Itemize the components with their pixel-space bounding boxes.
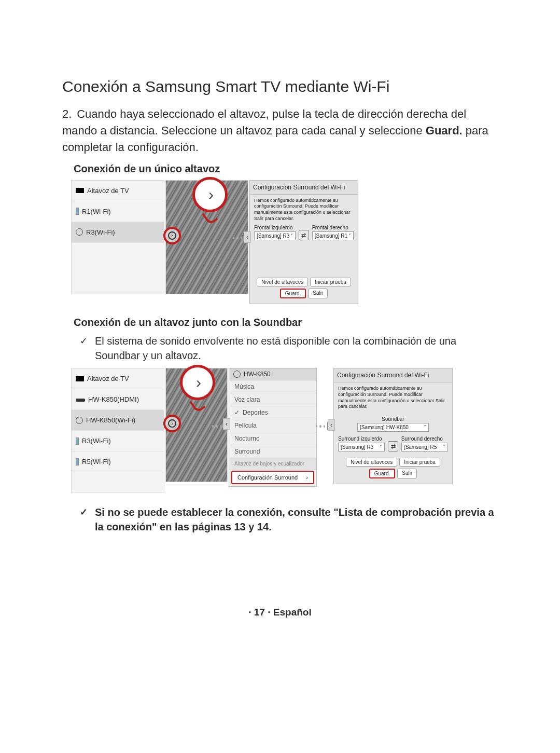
round-speaker-icon (76, 417, 83, 424)
mode-surround[interactable]: Surround (229, 445, 316, 458)
channel-selectors: Frontal izquierdo [Samsung] R3 ˅ ⇄ Front… (250, 225, 358, 243)
surround-config-button[interactable]: Configuración Surround › (231, 471, 314, 484)
surround-config-panel: ‹ Configuración Surround del Wi-Fi Hemos… (333, 368, 453, 484)
speaker-r5[interactable]: R5(Wi-Fi) (72, 451, 164, 472)
chevron-right-icon: › (208, 186, 214, 203)
bass-eq-label: Altavoz de bajos y ecualizador (229, 458, 316, 470)
step-line1: Cuando haya seleccionado el altavoz, pul… (62, 107, 466, 137)
speaker-hdmi[interactable]: HW-K850(HDMI) (72, 389, 164, 410)
speaker-r3[interactable]: R3(Wi-Fi) (72, 431, 164, 451)
chevron-right-icon: › (306, 474, 308, 481)
sound-menu-header: HW-K850 (229, 368, 316, 380)
panel-back-tab[interactable]: ‹ (223, 418, 230, 430)
chevron-right-icon: › (196, 374, 201, 391)
front-right-dropdown[interactable]: [Samsung] R1 ˅ (312, 231, 354, 240)
exit-button[interactable]: Salir (397, 469, 417, 478)
speaker-r3-label: R3(Wi-Fi) (86, 228, 115, 236)
remote-right-button: › (192, 177, 228, 212)
front-left-value: [Samsung] R3 (257, 233, 289, 239)
round-speaker-icon (76, 228, 83, 236)
step-number: 2. (62, 106, 74, 122)
surround-left-label: Surround izquierdo (338, 436, 385, 442)
mode-music[interactable]: Música (229, 380, 316, 393)
remote-pointer: › (163, 227, 181, 244)
page-footer: · 17 · Español (62, 607, 498, 618)
channel-selectors: Surround izquierdo [Samsung] R3 ˅ ⇄ Surr… (334, 436, 452, 455)
chevron-right-icon: › (168, 419, 176, 428)
level-button[interactable]: Nivel de altavoces (346, 458, 397, 467)
mode-voice[interactable]: Voz clara (229, 393, 316, 406)
speaker-r1[interactable]: R1(Wi-Fi) (72, 201, 164, 222)
speaker-r1-label: R1(Wi-Fi) (82, 208, 111, 215)
panel-actions: Nivel de altavoces Iniciar prueba Guard.… (250, 275, 358, 304)
panel-description: Hemos configurado automáticamente su con… (250, 195, 358, 225)
check-icon: ✓ (80, 506, 88, 519)
speaker-list: Altavoz de TV HW-K850(HDMI) HW-K850(Wi-F… (71, 368, 164, 492)
mode-night[interactable]: Nocturno (229, 432, 316, 445)
panel-back-tab[interactable]: ‹ (328, 419, 335, 431)
surround-left-dropdown[interactable]: [Samsung] R3 ˅ (338, 443, 385, 451)
surround-right-dropdown[interactable]: [Samsung] R5 ˅ (401, 443, 448, 451)
step-text: 2. Cuando haya seleccionado el altavoz, … (62, 106, 498, 156)
chevron-down-icon: ˅ (290, 233, 293, 239)
soundbar-icon (76, 399, 85, 402)
speaker-icon (76, 437, 79, 445)
guard-button[interactable]: Guard. (369, 469, 396, 478)
speaker-tv-label: Altavoz de TV (87, 187, 129, 195)
panel-title: Configuración Surround del Wi-Fi (334, 368, 452, 382)
chevron-down-icon: ˅ (424, 425, 426, 430)
speaker-tv[interactable]: Altavoz de TV (72, 181, 164, 201)
page-title: Conexión a Samsung Smart TV mediante Wi-… (62, 78, 498, 95)
chevron-down-icon: ˅ (443, 444, 445, 450)
swap-button[interactable]: ⇄ (299, 230, 309, 240)
tv-icon (76, 188, 84, 193)
step-bold: Guard. (426, 124, 463, 137)
speaker-blank (72, 243, 164, 264)
mode-sports[interactable]: ✓Deportes (229, 406, 316, 419)
section1-heading: Conexión de un único altavoz (74, 163, 498, 175)
final-note: ✓ Si no se puede establecer la conexión,… (80, 505, 498, 534)
chevron-down-icon: ˅ (348, 233, 351, 239)
speaker-tv-label: Altavoz de TV (87, 375, 129, 382)
panel-back-tab[interactable]: ‹ (244, 231, 251, 243)
swap-button[interactable]: ⇄ (388, 441, 398, 451)
speaker-tv[interactable]: Altavoz de TV (72, 368, 164, 389)
level-button[interactable]: Nivel de altavoces (257, 278, 308, 286)
front-right-label: Frontal derecho (312, 225, 354, 230)
mode-movie[interactable]: Película (229, 419, 316, 432)
soundbar-dropdown[interactable]: [Samsung] HW-K850 ˅ (357, 423, 429, 432)
section2-note: ✓ El sistema de sonido envolvente no est… (80, 334, 498, 363)
front-left-dropdown[interactable]: [Samsung] R3 ˅ (254, 231, 296, 240)
front-left-label: Frontal izquierdo (254, 225, 296, 230)
exit-button[interactable]: Salir (308, 289, 328, 298)
sound-menu-name: HW-K850 (244, 371, 271, 378)
surround-right-value: [Samsung] R5 (404, 444, 437, 450)
final-note-text: Si no se puede establecer la conexión, c… (95, 505, 498, 534)
remote-right-button: › (180, 365, 215, 400)
check-icon: ✓ (80, 335, 88, 348)
chevron-down-icon: ˅ (380, 444, 382, 450)
surround-config-panel: ‹ Configuración Surround del Wi-Fi Hemos… (249, 180, 358, 305)
speaker-list: Altavoz de TV R1(Wi-Fi) R3(Wi-Fi) (71, 180, 164, 294)
speaker-r3[interactable]: R3(Wi-Fi) (72, 222, 164, 243)
speaker-hdmi-label: HW-K850(HDMI) (88, 395, 139, 403)
chevron-right-icon: › (168, 231, 176, 240)
soundbar-value: [Samsung] HW-K850 (360, 425, 409, 430)
panel-title: Configuración Surround del Wi-Fi (250, 181, 358, 195)
guard-button[interactable]: Guard. (280, 289, 306, 298)
speaker-icon (76, 208, 79, 215)
speaker-blank (72, 264, 164, 284)
round-speaker-icon (233, 371, 241, 378)
speaker-icon (76, 458, 79, 466)
speaker-wifi[interactable]: HW-K850(Wi-Fi) (72, 410, 164, 431)
test-button[interactable]: Iniciar prueba (399, 458, 440, 467)
section2-heading: Conexión de un altavoz junto con la Soun… (74, 317, 498, 328)
soundbar-label: Soundbar (338, 416, 448, 422)
tv-icon (76, 376, 84, 381)
sound-mode-menu: ‹ HW-K850 Música Voz clara ✓Deportes Pel… (229, 368, 317, 487)
panel-description: Hemos configurado automáticamente su con… (334, 382, 452, 413)
test-button[interactable]: Iniciar prueba (310, 278, 351, 286)
remote-visual: › › (165, 180, 248, 294)
remote-visual: › › (165, 368, 228, 482)
front-right-value: [Samsung] R1 (315, 233, 347, 239)
